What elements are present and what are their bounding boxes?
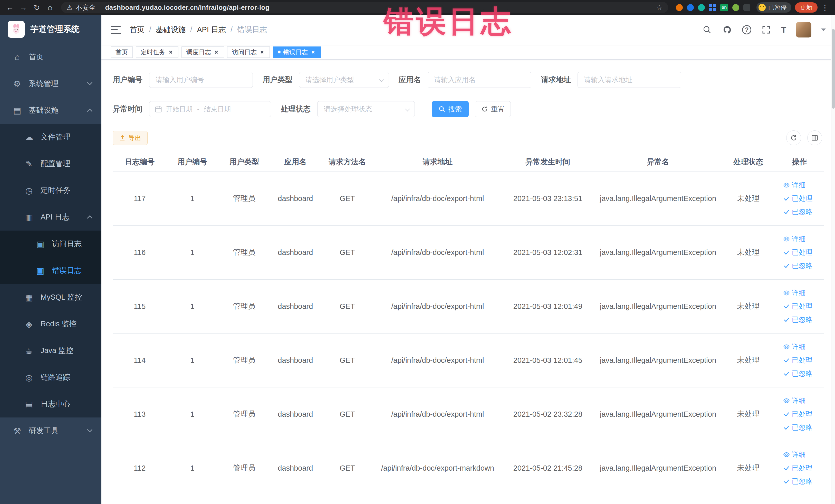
extension-on-badge[interactable]: on	[720, 4, 728, 11]
sidebar-item[interactable]: ◎ 链路追踪	[0, 364, 101, 391]
back-icon[interactable]: ←	[4, 2, 16, 13]
detail-link[interactable]: 详细	[783, 342, 806, 351]
scrollbar-thumb[interactable]	[832, 29, 835, 108]
sidebar-item[interactable]: ⚙ 系统管理	[0, 70, 101, 97]
cell-exception-name: java.lang.IllegalArgumentException	[595, 172, 721, 225]
extension-grid-icon[interactable]	[709, 4, 716, 11]
tab[interactable]: 首页	[110, 46, 133, 58]
tab[interactable]: 定时任务	[136, 46, 178, 58]
process-status-select[interactable]	[317, 101, 415, 117]
search-button-label: 搜索	[448, 105, 462, 114]
sidebar-item[interactable]: ▥ API 日志	[0, 204, 101, 230]
app-logo[interactable]: 芋道管理系统	[0, 15, 101, 44]
extension-icon[interactable]	[698, 4, 705, 11]
tab[interactable]: 错误日志	[273, 46, 321, 58]
mark-processed-link[interactable]: 已处理	[783, 463, 813, 473]
scrollbar[interactable]	[831, 15, 835, 504]
refresh-button[interactable]	[786, 130, 801, 145]
caret-down-icon[interactable]	[821, 28, 826, 31]
paused-label: 已暂停	[768, 3, 787, 12]
user-type-select[interactable]	[299, 72, 389, 88]
detail-link[interactable]: 详细	[783, 181, 806, 190]
mark-ignored-link[interactable]: 已忽略	[783, 207, 813, 217]
close-icon[interactable]	[310, 49, 316, 55]
sidebar-item[interactable]: ☁ 文件管理	[0, 124, 101, 150]
font-size-icon[interactable]: T	[781, 25, 786, 35]
mark-ignored-link[interactable]: 已忽略	[783, 369, 813, 378]
close-icon[interactable]	[213, 49, 219, 55]
mark-processed-link[interactable]: 已处理	[783, 356, 813, 365]
ignored-label: 已忽略	[792, 261, 813, 270]
processed-label: 已处理	[792, 194, 813, 203]
column-settings-button[interactable]	[807, 130, 822, 145]
close-icon[interactable]	[168, 49, 174, 55]
breadcrumb-item[interactable]: 首页	[130, 25, 144, 35]
detail-link[interactable]: 详细	[783, 288, 806, 298]
mark-ignored-link[interactable]: 已忽略	[783, 423, 813, 432]
request-url-input[interactable]	[577, 72, 681, 88]
sidebar-item[interactable]: ▣ 访问日志	[0, 230, 101, 257]
sidebar-item[interactable]: ⚒ 研发工具	[0, 418, 101, 444]
update-button[interactable]: 更新	[795, 2, 817, 13]
ignored-label: 已忽略	[792, 315, 813, 324]
mark-ignored-link[interactable]: 已忽略	[783, 477, 813, 486]
mark-processed-link[interactable]: 已处理	[783, 302, 813, 311]
extension-icon[interactable]	[676, 4, 683, 11]
tab[interactable]: 访问日志	[227, 46, 270, 58]
cell-method: GET	[320, 441, 374, 495]
home-icon[interactable]: ⌂	[44, 2, 56, 13]
detail-link[interactable]: 详细	[783, 450, 806, 459]
profile-paused-badge[interactable]: 已暂停	[756, 2, 791, 13]
date-range-picker[interactable]: 开始日期 - 结束日期	[149, 101, 271, 117]
forward-icon[interactable]: →	[18, 2, 29, 13]
mark-processed-link[interactable]: 已处理	[783, 248, 813, 257]
tab[interactable]: 调度日志	[182, 46, 224, 58]
hamburger-icon[interactable]	[110, 26, 121, 34]
reload-icon[interactable]: ↻	[31, 2, 43, 13]
breadcrumb-item[interactable]: API 日志	[186, 25, 226, 35]
sidebar-item[interactable]: ▤ 日志中心	[0, 391, 101, 418]
search-icon[interactable]	[702, 25, 712, 35]
address-bar[interactable]: ⚠ 不安全 dashboard.yudao.iocoder.cn/infra/l…	[61, 2, 668, 13]
menu-kebab-icon[interactable]: ⋮	[819, 2, 831, 13]
column-header: 日志编号	[113, 153, 167, 172]
export-button[interactable]: 导出	[113, 131, 148, 145]
fullscreen-icon[interactable]	[761, 25, 771, 35]
reset-button-label: 重置	[491, 105, 504, 114]
cell-log-id: 117	[113, 172, 167, 225]
breadcrumb-item[interactable]: 基础设施	[144, 25, 186, 35]
mark-ignored-link[interactable]: 已忽略	[783, 261, 813, 270]
url-text[interactable]: dashboard.yudao.iocoder.cn/infra/log/api…	[105, 4, 269, 12]
sidebar-item[interactable]: ⌂ 首页	[0, 44, 101, 70]
reset-button[interactable]: 重置	[475, 101, 511, 117]
github-icon[interactable]	[722, 25, 732, 35]
detail-link[interactable]: 详细	[783, 235, 806, 244]
sidebar-item[interactable]: ◷ 定时任务	[0, 177, 101, 204]
app-name-input[interactable]	[428, 72, 531, 88]
sidebar-item[interactable]: ◈ Redis 监控	[0, 311, 101, 337]
sidebar-item[interactable]: ▤ 基础设施	[0, 97, 101, 124]
sidebar-item[interactable]: ▦ MySQL 监控	[0, 284, 101, 311]
home-icon: ⌂	[12, 52, 23, 62]
cell-exception-time: 2021-05-02 21:45:28	[501, 441, 595, 495]
sidebar-item[interactable]: ▣ 错误日志	[0, 257, 101, 284]
mark-processed-link[interactable]: 已处理	[783, 409, 813, 419]
content: 用户编号 用户类型 应用名 请求	[101, 60, 835, 504]
mark-processed-link[interactable]: 已处理	[783, 194, 813, 203]
user-id-input[interactable]	[149, 72, 253, 88]
extension-icon[interactable]	[732, 4, 739, 11]
extension-puzzle-icon[interactable]	[744, 4, 750, 11]
sidebar-item-label: API 日志	[41, 212, 69, 222]
security-label[interactable]: 不安全	[76, 3, 96, 12]
sidebar-item[interactable]: ☕ Java 监控	[0, 337, 101, 364]
user-avatar[interactable]	[796, 22, 811, 38]
breadcrumb-item[interactable]: 错误日志	[226, 25, 267, 35]
close-icon[interactable]	[259, 49, 265, 55]
sidebar-item[interactable]: ✎ 配置管理	[0, 150, 101, 177]
help-icon[interactable]: ?	[742, 25, 751, 35]
extension-icon[interactable]	[687, 4, 694, 11]
bookmark-star-icon[interactable]: ☆	[656, 3, 663, 12]
detail-link[interactable]: 详细	[783, 396, 806, 405]
mark-ignored-link[interactable]: 已忽略	[783, 315, 813, 324]
search-button[interactable]: 搜索	[432, 101, 469, 117]
